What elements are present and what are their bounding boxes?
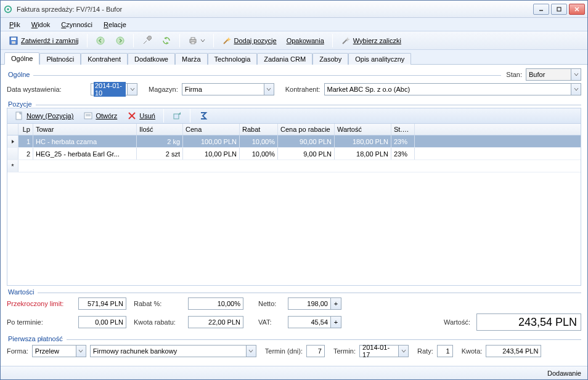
menu-czynnosci[interactable]: Czynności — [56, 20, 97, 30]
arrow-right-icon — [115, 36, 125, 46]
svg-rect-12 — [191, 38, 195, 39]
tab-platnosci[interactable]: Płatności — [39, 53, 81, 65]
stan-select[interactable]: Bufor — [526, 68, 581, 81]
chevron-down-icon — [571, 69, 581, 80]
svg-point-10 — [116, 37, 124, 44]
tab-zadania-crm[interactable]: Zadania CRM — [257, 53, 312, 65]
netto-plus-button[interactable]: + — [330, 297, 341, 310]
kwota-rabatu-input[interactable]: 22,00 PLN — [188, 316, 243, 328]
col-wartosc[interactable]: Wartość — [335, 124, 391, 135]
rabatpct-input[interactable]: 10,00% — [188, 297, 243, 310]
raty-input[interactable]: 1 — [437, 345, 453, 357]
svg-point-1 — [7, 8, 9, 10]
items-grid: Lp Towar Ilość Cena Rabat Cena po rabaci… — [7, 124, 581, 286]
col-ilosc[interactable]: Ilość — [137, 124, 183, 135]
disk-icon — [9, 36, 18, 46]
chevron-down-icon — [76, 346, 86, 357]
delete-icon — [127, 111, 137, 121]
netto-label: Netto: — [258, 300, 283, 307]
chevron-down-icon — [246, 346, 256, 357]
titlebar: Faktura sprzedaży: FV/?/14 - Bufor — [1, 1, 587, 18]
items-toolbar: Nowy (Pozycja) Otwórz Usuń — [7, 108, 581, 124]
termin-input[interactable]: 2014-01-17 — [359, 345, 409, 357]
window-title: Faktura sprzedaży: FV/?/14 - Bufor — [17, 6, 533, 13]
row-indicator — [7, 148, 18, 160]
tab-marza[interactable]: Marża — [175, 53, 208, 65]
table-row[interactable]: 2HEG_25 - herbata Earl Gr...2 szt10,00 P… — [7, 148, 581, 160]
po-terminie-value: 0,00 PLN — [78, 316, 126, 328]
chevron-down-icon — [398, 346, 408, 357]
termin-dni-input[interactable]: 7 — [306, 345, 325, 357]
svg-rect-8 — [12, 41, 15, 44]
nav-back-button[interactable] — [91, 33, 110, 48]
netto-value: 198,00 — [288, 297, 331, 310]
tab-ogolne[interactable]: Ogólne — [4, 52, 39, 65]
rachunek-select[interactable]: Firmowy rachunek bankowy — [90, 345, 256, 357]
data-wystawienia-input[interactable]: 2014-01-10 — [91, 83, 137, 95]
tab-opis-analityczny[interactable]: Opis analityczny — [348, 53, 411, 65]
delete-item-button[interactable]: Usuń — [123, 108, 160, 123]
new-row[interactable]: * — [7, 160, 581, 172]
magazyn-select[interactable]: Firma — [182, 83, 274, 95]
kontrahent-select[interactable]: Market ABC Sp. z o.o (Abc) — [324, 83, 581, 95]
wrench-icon — [142, 36, 152, 46]
tab-dodatkowe[interactable]: Dodatkowe — [128, 53, 175, 65]
wartosc-value: 243,54 PLN — [476, 313, 581, 331]
magic-wand-icon — [222, 36, 232, 46]
menu-widok[interactable]: Widok — [27, 20, 55, 30]
tab-zasoby[interactable]: Zasoby — [312, 53, 348, 65]
close-button[interactable] — [569, 4, 585, 15]
vat-label: VAT: — [258, 318, 283, 326]
nav-fwd-button[interactable] — [111, 33, 129, 48]
col-stvat[interactable]: St.VAT — [391, 124, 415, 135]
tab-technologia[interactable]: Technologia — [208, 53, 258, 65]
packaging-button[interactable]: Opakowania — [282, 34, 329, 47]
menubar: Plik Widok Czynności Relacje — [1, 18, 587, 31]
svg-rect-7 — [11, 38, 16, 40]
open-item-button[interactable]: Otwórz — [79, 108, 121, 123]
col-cena[interactable]: Cena — [183, 124, 240, 135]
przekroczony-label: Przekroczony limit: — [7, 300, 73, 307]
col-towar[interactable]: Towar — [33, 124, 137, 135]
refresh-button[interactable] — [157, 33, 176, 48]
new-item-button[interactable]: Nowy (Pozycja) — [10, 108, 78, 123]
kwota-input[interactable]: 243,54 PLN — [486, 345, 541, 357]
legend-pozycje: Pozycje — [7, 100, 33, 108]
print-button[interactable] — [184, 33, 210, 48]
tools-button[interactable] — [137, 33, 156, 48]
przekroczony-value: 571,94 PLN — [78, 297, 126, 310]
wartosc-label: Wartość: — [444, 318, 470, 326]
edit-item-button[interactable] — [168, 108, 186, 123]
sum-button[interactable] — [194, 108, 213, 123]
table-row[interactable]: 1HC - herbata czarna2 kg100,00 PLN10,00%… — [7, 135, 581, 148]
col-cenapo[interactable]: Cena po rabacie — [278, 124, 335, 135]
toolbar: Zatwierdź i zamknij Dodaj pozycje Opakow… — [1, 31, 587, 50]
termin-dni-label: Termin (dni): — [265, 347, 303, 355]
col-lp[interactable]: Lp — [18, 124, 33, 135]
col-rabat[interactable]: Rabat — [240, 124, 278, 135]
svg-rect-22 — [174, 114, 179, 119]
vat-value: 45,54 — [288, 316, 331, 328]
add-items-button[interactable]: Dodaj pozycje — [218, 33, 281, 48]
svg-rect-13 — [191, 42, 195, 44]
row-indicator — [7, 135, 18, 147]
vat-plus-button[interactable]: + — [330, 316, 341, 328]
maximize-button[interactable] — [551, 4, 567, 15]
legend-platnosc: Pierwsza płatność — [7, 335, 64, 342]
app-icon — [3, 4, 13, 14]
rabatpct-label: Rabat %: — [134, 300, 183, 307]
row-indicator: * — [7, 160, 18, 172]
menu-plik[interactable]: Plik — [4, 20, 25, 30]
chevron-down-icon — [264, 84, 274, 95]
forma-select[interactable]: Przelew — [32, 345, 86, 357]
kwota-rabatu-label: Kwota rabatu: — [134, 318, 183, 326]
stan-label: Stan: — [506, 71, 522, 78]
tab-kontrahent[interactable]: Kontrahent — [81, 53, 128, 65]
po-terminie-label: Po terminie: — [7, 318, 73, 326]
kwota-label: Kwota: — [462, 347, 483, 355]
minimize-button[interactable] — [533, 4, 549, 15]
kontrahent-label: Kontrahent: — [285, 86, 321, 93]
select-advances-button[interactable]: Wybierz zaliczki — [337, 33, 406, 48]
menu-relacje[interactable]: Relacje — [99, 20, 131, 30]
save-close-button[interactable]: Zatwierdź i zamknij — [4, 33, 83, 48]
